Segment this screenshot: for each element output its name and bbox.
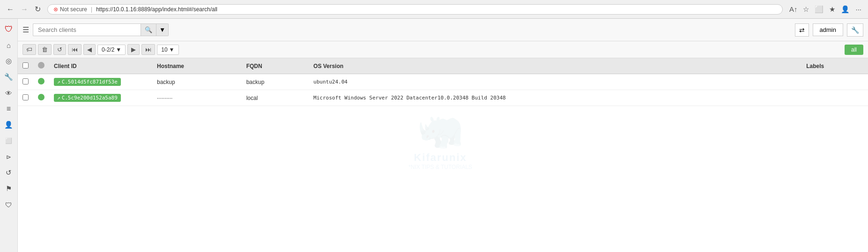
sidebar-item-monitor[interactable]: ◎ <box>2 54 15 68</box>
profile-button[interactable]: 👤 <box>839 4 852 15</box>
client-id-badge[interactable]: ↗ C.5c9e200d152a5a89 <box>54 94 121 102</box>
col-header-status <box>33 58 49 74</box>
row-labels-cell <box>801 74 868 90</box>
col-header-hostname: Hostname <box>152 58 242 74</box>
top-toolbar: ☰ 🔍 ▼ ⇄ admin 🔧 <box>18 19 868 41</box>
hostname-value: backup <box>157 79 175 85</box>
row-hostname-cell: backup <box>152 74 242 90</box>
browser-nav: ← → ↻ <box>5 4 43 15</box>
pagination-info[interactable]: 0-2/2 ▼ <box>97 45 126 55</box>
os-version-value: ubuntu24.04 <box>313 79 348 85</box>
row-labels-cell <box>801 90 868 106</box>
search-dropdown-button[interactable]: ▼ <box>156 23 169 36</box>
separator: | <box>91 6 92 13</box>
tab-button[interactable]: ⬜ <box>813 4 825 15</box>
row-checkbox[interactable] <box>22 94 29 100</box>
hamburger-button[interactable]: ☰ <box>22 25 29 34</box>
col-header-checkbox <box>18 58 33 74</box>
search-button[interactable]: 🔍 <box>141 23 156 36</box>
refresh-clients-button[interactable]: ↺ <box>53 44 66 55</box>
pagination-text: 0-2/2 <box>102 46 114 53</box>
clients-table: Client ID Hostname FQDN OS Version Label <box>18 58 868 106</box>
client-id-value: C.5014d5fc871df53e <box>62 79 118 85</box>
col-header-os-version: OS Version <box>309 58 801 74</box>
row-status-cell <box>33 74 49 90</box>
delete-button[interactable]: 🗑 <box>38 44 52 55</box>
client-id-value: C.5c9e200d152a5a89 <box>62 95 118 101</box>
row-client-id-cell: ↗ C.5014d5fc871df53e <box>49 74 152 90</box>
fqdn-value: backup <box>246 79 265 85</box>
row-fqdn-cell: local <box>242 90 309 106</box>
external-link-icon: ↗ <box>57 95 60 101</box>
pagination-dropdown-icon: ▼ <box>116 46 121 53</box>
search-input[interactable] <box>33 23 141 36</box>
sidebar-logo[interactable]: 🛡 <box>2 23 15 36</box>
browser-bar: ← → ↻ ⊗ Not secure | https://10.0.1.16:8… <box>0 0 868 19</box>
url-text: https://10.0.1.16:8889/app/index.html#/s… <box>96 6 777 13</box>
prev-page-button[interactable]: ◀ <box>83 44 96 55</box>
row-checkbox-cell <box>18 74 33 90</box>
sidebar-item-shield[interactable]: 🛡 <box>2 198 15 211</box>
row-fqdn-cell: backup <box>242 74 309 90</box>
app-container: 🛡 ⌂ ◎ 🔧 👁 ≡ 👤 ⬜ ⊳ ↺ ⚑ 🛡 ☰ 🔍 ▼ ⇄ admin 🔧 <box>0 19 868 252</box>
col-header-labels: Labels <box>801 58 868 74</box>
not-secure-icon: ⊗ <box>53 6 58 13</box>
next-page-button[interactable]: ▶ <box>127 44 140 55</box>
sidebar-item-layers[interactable]: ≡ <box>2 102 15 115</box>
col-header-client-id: Client ID <box>49 58 152 74</box>
table-header-row: Client ID Hostname FQDN OS Version Label <box>18 58 868 74</box>
per-page-selector[interactable]: 10 ▼ <box>157 45 178 55</box>
row-status-cell <box>33 90 49 106</box>
row-os-version-cell: ubuntu24.04 <box>309 74 801 90</box>
sidebar-item-tools[interactable]: 🔧 <box>2 70 15 84</box>
address-bar[interactable]: ⊗ Not secure | https://10.0.1.16:8889/ap… <box>47 4 783 15</box>
favorite-button[interactable]: ☆ <box>801 4 811 15</box>
main-content: ☰ 🔍 ▼ ⇄ admin 🔧 🏷 🗑 ↺ ⏮ ◀ 0-2/2 ▼ <box>18 19 868 252</box>
read-aloud-button[interactable]: A↑ <box>787 4 800 15</box>
row-os-version-cell: Microsoft Windows Server 2022 Datacenter… <box>309 90 801 106</box>
sidebar-item-tags[interactable]: ⊳ <box>2 150 15 163</box>
sidebar-item-history[interactable]: ↺ <box>2 166 15 179</box>
status-header-icon <box>38 62 45 69</box>
browser-actions: A↑ ☆ ⬜ ★ 👤 ··· <box>787 4 863 15</box>
collections-button[interactable]: ★ <box>827 4 837 15</box>
client-id-badge[interactable]: ↗ C.5014d5fc871df53e <box>54 78 121 86</box>
external-link-icon: ↗ <box>57 79 60 85</box>
sidebar: 🛡 ⌂ ◎ 🔧 👁 ≡ 👤 ⬜ ⊳ ↺ ⚑ 🛡 <box>0 19 18 252</box>
user-switch-button[interactable]: ⇄ <box>795 23 809 37</box>
row-checkbox-cell <box>18 90 33 106</box>
table-row: ↗ C.5c9e200d152a5a89 ·········· local Mi… <box>18 90 868 106</box>
col-header-fqdn: FQDN <box>242 58 309 74</box>
sidebar-item-view[interactable]: 👁 <box>2 86 15 99</box>
os-version-value: Microsoft Windows Server 2022 Datacenter… <box>313 95 506 101</box>
sidebar-item-search[interactable]: ⚑ <box>2 182 15 195</box>
more-button[interactable]: ··· <box>853 4 863 15</box>
tag-button[interactable]: 🏷 <box>22 44 36 55</box>
sidebar-item-screen[interactable]: ⬜ <box>2 134 15 147</box>
search-container: 🔍 ▼ <box>33 23 169 36</box>
refresh-button[interactable]: ↻ <box>33 4 43 15</box>
status-dot <box>38 78 45 84</box>
row-client-id-cell: ↗ C.5c9e200d152a5a89 <box>49 90 152 106</box>
per-page-value: 10 <box>161 46 167 53</box>
settings-button[interactable]: 🔧 <box>847 23 863 37</box>
clients-table-container: Client ID Hostname FQDN OS Version Label <box>18 58 868 252</box>
last-page-button[interactable]: ⏭ <box>141 44 155 55</box>
admin-button[interactable]: admin <box>813 23 843 36</box>
first-page-button[interactable]: ⏮ <box>68 44 82 55</box>
per-page-dropdown-icon: ▼ <box>169 46 175 53</box>
forward-button[interactable]: → <box>19 4 30 15</box>
sidebar-item-user[interactable]: 👤 <box>2 118 15 131</box>
fqdn-value: local <box>246 95 258 101</box>
back-button[interactable]: ← <box>5 4 16 15</box>
status-dot <box>38 94 45 100</box>
table-row: ↗ C.5014d5fc871df53e backup backup ubunt… <box>18 74 868 90</box>
row-checkbox[interactable] <box>22 78 29 84</box>
not-secure-label: Not secure <box>60 6 87 13</box>
admin-label: admin <box>820 26 836 33</box>
sidebar-item-home[interactable]: ⌂ <box>2 38 15 52</box>
hostname-value: ·········· <box>157 95 172 101</box>
select-all-checkbox[interactable] <box>22 62 29 69</box>
all-button[interactable]: all <box>845 45 863 55</box>
secondary-toolbar: 🏷 🗑 ↺ ⏮ ◀ 0-2/2 ▼ ▶ ⏭ 10 ▼ all <box>18 41 868 58</box>
